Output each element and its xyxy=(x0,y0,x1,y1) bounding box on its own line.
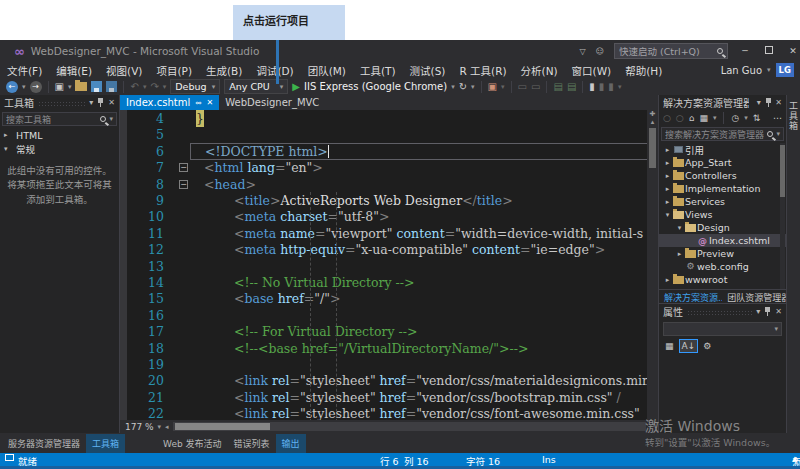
new-project-icon[interactable]: ▣ xyxy=(55,81,64,92)
tree-item-web.config[interactable]: ⚙web.config xyxy=(659,260,786,273)
chevron-right-icon[interactable]: ▸ xyxy=(663,289,672,290)
solution-explorer-search-input[interactable]: 搜索解决方案资源管理器(Ctrl+;) ▾ xyxy=(661,127,784,141)
properties-object-combo[interactable]: ▾ xyxy=(663,322,782,336)
code-line-6[interactable]: 6<!DOCTYPE html> xyxy=(120,143,658,160)
scroll-left-icon[interactable]: ◂ xyxy=(165,423,169,431)
maximize-button[interactable] xyxy=(762,46,776,56)
split-gripper-icon[interactable]: ✚ xyxy=(647,110,658,118)
editor-vertical-scrollbar[interactable]: ✚ ▴ xyxy=(647,110,658,420)
code-line-11[interactable]: 11<meta name="viewport" content="width=d… xyxy=(120,225,658,242)
pin-icon[interactable] xyxy=(97,98,104,107)
scrollbar-thumb[interactable] xyxy=(649,128,656,168)
toolbox-group-HTML[interactable]: ▸HTML xyxy=(0,128,119,142)
filter-dropdown-icon[interactable]: ▾ xyxy=(744,114,748,122)
tree-item-Preview[interactable]: ▸Preview xyxy=(659,247,786,260)
menu-item-窗口(W)[interactable]: 窗口(W) xyxy=(565,63,619,78)
pending-changes-filter-icon[interactable]: ◷ xyxy=(731,113,739,123)
quick-launch-search[interactable]: 快速启动 (Ctrl+Q) xyxy=(614,43,728,59)
run-button[interactable]: ▶ IIS Express (Google Chrome) ▾ xyxy=(292,81,454,92)
chevron-right-icon[interactable]: ▸ xyxy=(663,146,672,154)
indent-decrease-icon[interactable]: ▭ xyxy=(518,81,527,92)
code-line-8[interactable]: 8−<head> xyxy=(120,176,658,193)
code-line-20[interactable]: 20<link rel="stylesheet" href="vendor/cs… xyxy=(120,372,658,389)
bottom-tab-错误列表[interactable]: 错误列表 xyxy=(228,434,276,453)
save-icon[interactable] xyxy=(91,81,102,92)
close-icon[interactable]: ✕ xyxy=(775,98,782,107)
alphabetical-sort-icon[interactable]: A↓ xyxy=(679,339,699,353)
pin-icon[interactable]: ⥈ xyxy=(195,98,201,108)
zoom-dropdown-icon[interactable]: ▾ xyxy=(158,423,162,431)
code-line-18[interactable]: 18<!--<base href="/VirtualDirectoryName/… xyxy=(120,340,658,357)
code-line-19[interactable]: 19 xyxy=(120,356,658,373)
scrollbar-thumb[interactable] xyxy=(175,423,270,430)
chevron-right-icon[interactable]: ▸ xyxy=(675,250,684,258)
toolbox-group-常规[interactable]: ▾常规 xyxy=(0,142,119,156)
tree-item-Views[interactable]: ▾Views xyxy=(659,208,786,221)
close-button[interactable]: ✕ xyxy=(786,46,800,56)
tree-item-Design[interactable]: ▾Design xyxy=(659,221,786,234)
bottom-tab-Web 发布活动[interactable]: Web 发布活动 xyxy=(157,434,227,453)
doc-tab-Index.cshtml[interactable]: Index.cshtml⥈✕ xyxy=(120,95,219,110)
sync-with-active-document-icon[interactable]: ⇅ xyxy=(753,113,761,123)
toolbox-search-input[interactable]: 搜索工具箱 ▾ xyxy=(2,112,117,126)
user-dropdown-icon[interactable]: ▾ xyxy=(767,66,771,74)
navigate-back-dropdown-icon[interactable]: ▾ xyxy=(22,83,26,91)
forward-icon[interactable]: ○ xyxy=(676,113,684,123)
menu-item-视图(V)[interactable]: 视图(V) xyxy=(99,63,149,78)
notifications-flag-icon[interactable]: ▽ xyxy=(580,47,586,56)
tree-item-Global.asax[interactable]: ▸Global.asax xyxy=(659,286,786,289)
tree-item-Implementation[interactable]: ▸Implementation xyxy=(659,182,786,195)
menu-item-R 工具(R)[interactable]: R 工具(R) xyxy=(452,63,513,78)
fold-collapse-icon[interactable]: − xyxy=(179,163,188,172)
menu-item-项目(P)[interactable]: 项目(P) xyxy=(149,63,199,78)
browser-link-icon[interactable]: ▣ xyxy=(488,81,497,92)
explorer-tab-团队资源管理器[interactable]: 团队资源管理器 xyxy=(722,290,786,303)
new-project-dropdown-icon[interactable]: ▾ xyxy=(68,83,72,91)
feedback-icon[interactable]: ☺ xyxy=(596,47,604,56)
menu-item-团队(M)[interactable]: 团队(M) xyxy=(301,63,353,78)
switch-views-dropdown-icon[interactable]: ▾ xyxy=(713,114,717,122)
tree-item-Index.cshtml[interactable]: @Index.cshtml xyxy=(659,234,786,247)
menu-item-分析(N)[interactable]: 分析(N) xyxy=(514,63,565,78)
editor-horizontal-scrollbar[interactable] xyxy=(173,422,646,431)
chevron-right-icon[interactable]: ▸ xyxy=(663,185,672,193)
code-line-7[interactable]: 7−<html lang="en"> xyxy=(120,159,658,176)
chevron-right-icon[interactable]: ▸ xyxy=(663,198,672,206)
tree-item-引用[interactable]: ▸引用 xyxy=(659,143,786,156)
minimize-button[interactable]: ─ xyxy=(738,46,752,56)
tree-item-Controllers[interactable]: ▸Controllers xyxy=(659,169,786,182)
navigate-forward-icon[interactable]: → xyxy=(30,81,42,93)
menu-item-文件(F)[interactable]: 文件(F) xyxy=(0,63,49,78)
chevron-down-icon[interactable]: ▾ xyxy=(675,224,684,232)
toolbar-overflow-icon[interactable]: ▾ xyxy=(618,83,622,91)
comment-icon[interactable]: ▤ xyxy=(553,81,562,92)
uncomment-icon[interactable]: ▤ xyxy=(567,81,576,92)
undo-icon[interactable]: ↶ xyxy=(130,81,138,92)
code-line-15[interactable]: 15<base href="/"> xyxy=(120,290,658,307)
code-line-12[interactable]: 12<meta http-equiv="x-ua-compatible" con… xyxy=(120,241,658,258)
window-position-icon[interactable]: ▾ xyxy=(757,98,761,107)
configuration-combo[interactable]: Debug▾ xyxy=(170,79,220,94)
code-line-16[interactable]: 16 xyxy=(120,307,658,324)
chevron-right-icon[interactable]: ▸ xyxy=(663,172,672,180)
overflow-icon[interactable]: ⋯ xyxy=(773,113,782,123)
doc-tab-WebDesigner_MVC[interactable]: WebDesigner_MVC xyxy=(219,95,325,110)
tree-item-wwwroot[interactable]: ▸wwwroot xyxy=(659,273,786,286)
code-line-5[interactable]: 5 xyxy=(120,126,658,143)
back-icon[interactable]: ○ xyxy=(663,113,671,123)
categorized-icon[interactable]: ▦ xyxy=(663,340,676,352)
menu-item-帮助(H)[interactable]: 帮助(H) xyxy=(618,63,669,78)
close-icon[interactable]: ✕ xyxy=(108,98,115,107)
property-pages-icon[interactable]: ⚙ xyxy=(701,340,713,352)
menu-item-编辑(E)[interactable]: 编辑(E) xyxy=(49,63,99,78)
switch-views-icon[interactable]: ▦ xyxy=(699,113,708,123)
tree-vertical-scrollbar[interactable] xyxy=(780,143,785,289)
close-icon[interactable]: ✕ xyxy=(207,98,214,107)
code-line-13[interactable]: 13 xyxy=(120,258,658,275)
fold-collapse-icon[interactable]: − xyxy=(179,180,188,189)
bottom-tab-工具箱[interactable]: 工具箱 xyxy=(86,434,125,453)
close-icon[interactable]: ✕ xyxy=(775,307,782,316)
save-all-icon[interactable] xyxy=(106,81,117,92)
scroll-up-icon[interactable]: ▴ xyxy=(647,118,658,126)
bottom-tab-服务器资源管理器[interactable]: 服务器资源管理器 xyxy=(2,434,86,453)
